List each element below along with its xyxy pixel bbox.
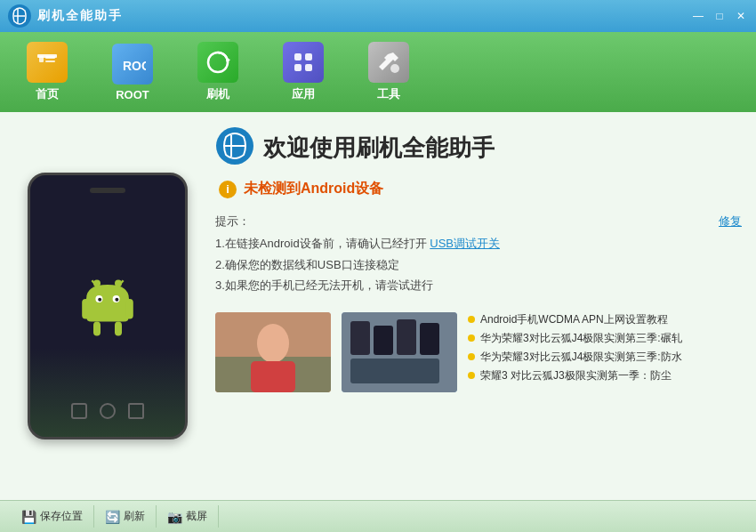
news-item[interactable]: 华为荣耀3对比云狐J4极限实测第三季:碾轧 (468, 331, 742, 346)
toolbar-item-root[interactable]: ROOT ROOT (103, 38, 162, 107)
home-label: 首页 (36, 86, 59, 102)
toolbar: 首页 ROOT ROOT 刷机 应用 (0, 32, 756, 112)
news-text: 华为荣耀3对比云狐J4极限实测第三季:防水 (480, 350, 682, 365)
main-content: 欢迎使用刷机全能助手 i 未检测到Android设备 提示： 1.在链接Andr… (0, 112, 756, 500)
svg-rect-9 (305, 53, 312, 60)
device-status: i 未检测到Android设备 (215, 180, 742, 198)
svg-text:ROOT: ROOT (123, 59, 146, 73)
svg-point-22 (115, 298, 118, 302)
tip2: 2.确保您的数据线和USB口连接稳定 (215, 254, 710, 275)
titlebar: 刷机全能助手 — □ ✕ (0, 0, 756, 32)
svg-rect-16 (126, 299, 133, 318)
media-thumb-2[interactable] (342, 312, 457, 392)
svg-rect-4 (45, 60, 55, 62)
screenshot-icon: 📷 (167, 510, 182, 524)
app-title: 刷机全能助手 (37, 8, 123, 24)
refresh-label: 刷新 (124, 509, 145, 524)
news-text: Android手机WCDMA APN上网设置教程 (480, 312, 668, 327)
news-bullet (468, 372, 475, 379)
phone-home-btn (100, 403, 116, 419)
svg-rect-17 (93, 322, 101, 336)
phone-back-btn (71, 403, 87, 419)
thumb1-image (215, 312, 331, 392)
svg-rect-18 (115, 322, 122, 336)
svg-point-21 (98, 298, 101, 302)
bottom-bar: 💾 保存位置 🔄 刷新 📷 截屏 (0, 500, 756, 532)
maximize-button[interactable]: □ (712, 8, 728, 24)
phone-image (28, 173, 188, 439)
news-list: Android手机WCDMA APN上网设置教程华为荣耀3对比云狐J4极限实测第… (468, 312, 742, 392)
svg-rect-15 (82, 299, 89, 318)
news-bullet (468, 335, 475, 342)
app-icon (283, 42, 324, 83)
phone-bg (30, 348, 185, 437)
phone-menu-btn (128, 403, 144, 419)
tools-icon (368, 42, 409, 83)
news-bullet (468, 353, 475, 360)
svg-point-28 (257, 324, 289, 363)
phone-panel (14, 126, 201, 486)
news-item[interactable]: 华为荣耀3对比云狐J4极限实测第三季:防水 (468, 350, 742, 365)
svg-rect-34 (420, 323, 439, 355)
tip1: 1.在链接Android设备前，请确认已经打开 USB调试开关 (215, 233, 710, 254)
repair-link[interactable]: 修复 (719, 211, 742, 231)
tips-text: 提示： 1.在链接Android设备前，请确认已经打开 USB调试开关 2.确保… (215, 211, 710, 296)
news-text: 荣耀3 对比云狐J3极限实测第一季：防尘 (480, 368, 672, 383)
svg-rect-11 (305, 64, 312, 71)
news-bullet (468, 316, 475, 323)
tips-title: 提示： (215, 211, 710, 231)
home-icon (27, 42, 68, 83)
tools-label: 工具 (377, 86, 400, 102)
svg-rect-3 (45, 56, 55, 59)
toolbar-item-app[interactable]: 应用 (274, 36, 333, 108)
android-logo (72, 270, 143, 342)
tips-section: 提示： 1.在链接Android设备前，请确认已经打开 USB调试开关 2.确保… (215, 211, 742, 296)
svg-rect-2 (39, 56, 44, 62)
news-text: 华为荣耀3对比云狐J4极限实测第三季:碾轧 (480, 331, 682, 346)
window-controls: — □ ✕ (690, 8, 749, 24)
news-item[interactable]: 荣耀3 对比云狐J3极限实测第一季：防尘 (468, 368, 742, 383)
root-icon: ROOT (112, 44, 153, 85)
flash-icon (197, 42, 238, 83)
welcome-title: 欢迎使用刷机全能助手 (263, 133, 495, 164)
info-icon: i (219, 181, 237, 198)
usb-debug-link[interactable]: USB调试开关 (430, 237, 500, 250)
tips-row: 提示： 1.在链接Android设备前，请确认已经打开 USB调试开关 2.确保… (215, 211, 742, 296)
save-location-button[interactable]: 💾 保存位置 (11, 505, 94, 528)
app-label: 应用 (292, 86, 315, 102)
screenshot-button[interactable]: 📷 截屏 (157, 505, 219, 528)
thumb2-image (342, 312, 457, 392)
svg-rect-35 (350, 359, 439, 383)
screenshot-label: 截屏 (186, 509, 207, 524)
device-status-text: 未检测到Android设备 (244, 180, 383, 198)
news-item[interactable]: Android手机WCDMA APN上网设置教程 (468, 312, 742, 327)
svg-rect-31 (350, 321, 370, 355)
minimize-button[interactable]: — (690, 8, 706, 24)
svg-rect-32 (374, 326, 393, 355)
tip3: 3.如果您的手机已经无法开机，请尝试进行 (215, 275, 710, 295)
welcome-logo (215, 126, 254, 169)
root-label: ROOT (116, 88, 149, 101)
media-thumb-1[interactable] (215, 312, 331, 392)
flash-label: 刷机 (206, 86, 229, 102)
close-button[interactable]: ✕ (733, 8, 749, 24)
toolbar-item-home[interactable]: 首页 (18, 36, 76, 108)
refresh-icon: 🔄 (105, 510, 120, 524)
media-section: Android手机WCDMA APN上网设置教程华为荣耀3对比云狐J4极限实测第… (215, 312, 742, 392)
refresh-button[interactable]: 🔄 刷新 (94, 505, 157, 528)
tips-actions: 修复 (719, 211, 742, 231)
save-icon: 💾 (21, 510, 36, 524)
toolbar-item-tools[interactable]: 工具 (359, 36, 418, 108)
svg-rect-33 (397, 319, 416, 355)
toolbar-item-flash[interactable]: 刷机 (189, 36, 247, 108)
content-panel: 欢迎使用刷机全能助手 i 未检测到Android设备 提示： 1.在链接Andr… (215, 126, 742, 486)
phone-speaker (90, 188, 125, 193)
save-label: 保存位置 (40, 509, 83, 524)
welcome-header: 欢迎使用刷机全能助手 (215, 126, 742, 169)
svg-rect-10 (294, 64, 302, 71)
svg-rect-29 (251, 361, 295, 392)
svg-rect-8 (294, 53, 302, 60)
app-logo (7, 4, 32, 28)
svg-point-12 (390, 64, 399, 73)
phone-home-area (71, 403, 144, 419)
